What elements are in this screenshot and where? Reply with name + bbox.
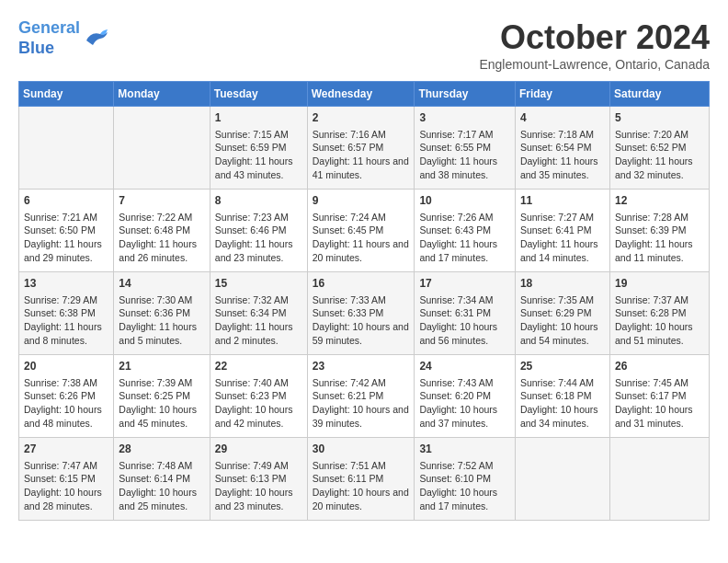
cell-info: Daylight: 11 hours and 32 minutes. [615,155,704,181]
cell-info: Sunset: 6:28 PM [615,306,704,320]
weekday-header-sunday: Sunday [19,82,114,107]
cell-info: Sunset: 6:59 PM [215,141,302,155]
cell-info: Sunrise: 7:48 AM [119,459,204,473]
day-number: 20 [24,359,108,374]
day-number: 7 [119,193,204,209]
calendar-cell: 18Sunrise: 7:35 AMSunset: 6:29 PMDayligh… [515,272,609,355]
cell-info: Sunset: 6:13 PM [215,472,302,486]
cell-info: Sunset: 6:21 PM [313,389,410,403]
cell-info: Daylight: 10 hours and 59 minutes. [313,320,410,347]
cell-info: Daylight: 10 hours and 17 minutes. [419,486,510,512]
cell-info: Daylight: 10 hours and 45 minutes. [119,403,204,430]
cell-info: Sunrise: 7:44 AM [520,376,605,390]
day-number: 11 [520,193,605,209]
day-number: 26 [615,359,704,374]
cell-info: Daylight: 10 hours and 34 minutes. [520,403,605,430]
cell-info: Daylight: 11 hours and 8 minutes. [24,320,108,347]
day-number: 22 [215,359,302,374]
cell-info: Daylight: 10 hours and 20 minutes. [313,486,410,512]
cell-info: Sunset: 6:18 PM [520,389,605,403]
cell-info: Sunset: 6:54 PM [520,141,605,155]
calendar-cell: 2Sunrise: 7:16 AMSunset: 6:57 PMDaylight… [307,107,415,190]
day-number: 19 [615,276,704,292]
cell-info: Sunset: 6:38 PM [24,306,108,320]
weekday-header-wednesday: Wednesday [307,82,415,107]
cell-info: Sunrise: 7:35 AM [520,293,605,307]
cell-info: Sunset: 6:14 PM [119,472,204,486]
calendar-body: 1Sunrise: 7:15 AMSunset: 6:59 PMDaylight… [19,107,710,521]
calendar-cell [609,438,709,521]
cell-info: Sunset: 6:10 PM [419,472,510,486]
cell-info: Sunrise: 7:28 AM [615,211,704,224]
calendar-cell: 31Sunrise: 7:52 AMSunset: 6:10 PMDayligh… [415,438,516,521]
cell-info: Sunset: 6:43 PM [419,224,510,237]
cell-info: Sunrise: 7:52 AM [419,459,510,473]
cell-info: Sunrise: 7:22 AM [119,211,204,224]
cell-info: Daylight: 10 hours and 56 minutes. [419,320,510,347]
cell-info: Daylight: 10 hours and 42 minutes. [215,403,302,430]
cell-info: Daylight: 10 hours and 37 minutes. [419,403,510,430]
day-number: 8 [215,193,302,209]
cell-info: Sunset: 6:39 PM [615,224,704,237]
cell-info: Daylight: 10 hours and 31 minutes. [615,403,704,430]
cell-info: Daylight: 11 hours and 29 minutes. [24,237,108,264]
cell-info: Sunrise: 7:34 AM [419,293,510,307]
cell-info: Sunset: 6:17 PM [615,389,704,403]
cell-info: Sunrise: 7:30 AM [119,293,204,307]
calendar-header: SundayMondayTuesdayWednesdayThursdayFrid… [19,82,710,107]
cell-info: Daylight: 10 hours and 51 minutes. [615,320,704,347]
cell-info: Sunrise: 7:45 AM [615,376,704,390]
calendar-cell [114,107,210,190]
title-block: October 2024 Englemount-Lawrence, Ontari… [479,18,710,72]
calendar-cell: 12Sunrise: 7:28 AMSunset: 6:39 PMDayligh… [609,190,709,272]
cell-info: Sunrise: 7:37 AM [615,293,704,307]
calendar-cell: 6Sunrise: 7:21 AMSunset: 6:50 PMDaylight… [19,190,114,272]
day-number: 5 [615,110,704,126]
calendar-week-row: 20Sunrise: 7:38 AMSunset: 6:26 PMDayligh… [19,355,710,438]
cell-info: Sunrise: 7:20 AM [615,128,704,142]
cell-info: Sunset: 6:31 PM [419,306,510,320]
cell-info: Sunset: 6:45 PM [313,224,410,237]
cell-info: Daylight: 11 hours and 43 minutes. [215,155,302,181]
cell-info: Sunrise: 7:33 AM [313,293,410,307]
day-number: 3 [419,110,510,126]
cell-info: Sunset: 6:52 PM [615,141,704,155]
cell-info: Daylight: 11 hours and 5 minutes. [119,320,204,347]
cell-info: Sunset: 6:33 PM [313,306,410,320]
cell-info: Sunset: 6:50 PM [24,224,108,237]
calendar-cell [515,438,609,521]
cell-info: Sunset: 6:11 PM [313,472,410,486]
day-number: 2 [313,110,410,126]
calendar-cell: 28Sunrise: 7:48 AMSunset: 6:14 PMDayligh… [114,438,210,521]
day-number: 10 [419,193,510,209]
cell-info: Sunrise: 7:26 AM [419,211,510,224]
cell-info: Sunrise: 7:24 AM [313,211,410,224]
day-number: 16 [313,276,410,292]
day-number: 18 [520,276,605,292]
cell-info: Daylight: 10 hours and 25 minutes. [119,486,204,512]
calendar-cell: 30Sunrise: 7:51 AMSunset: 6:11 PMDayligh… [307,438,415,521]
day-number: 27 [24,442,108,457]
calendar-cell: 4Sunrise: 7:18 AMSunset: 6:54 PMDaylight… [515,107,609,190]
weekday-header-friday: Friday [515,82,609,107]
day-number: 14 [119,276,204,292]
cell-info: Daylight: 11 hours and 35 minutes. [520,155,605,181]
calendar-cell: 27Sunrise: 7:47 AMSunset: 6:15 PMDayligh… [19,438,114,521]
calendar-cell: 11Sunrise: 7:27 AMSunset: 6:41 PMDayligh… [515,190,609,272]
calendar-week-row: 6Sunrise: 7:21 AMSunset: 6:50 PMDaylight… [19,190,710,272]
logo-bird-icon [82,27,109,50]
cell-info: Sunset: 6:23 PM [215,389,302,403]
month-title: October 2024 [479,18,710,57]
day-number: 6 [24,193,108,209]
calendar-cell: 15Sunrise: 7:32 AMSunset: 6:34 PMDayligh… [210,272,307,355]
day-number: 28 [119,442,204,457]
cell-info: Sunset: 6:26 PM [24,389,108,403]
calendar-cell: 24Sunrise: 7:43 AMSunset: 6:20 PMDayligh… [415,355,516,438]
cell-info: Sunset: 6:36 PM [119,306,204,320]
logo-text: General Blue [18,18,80,58]
cell-info: Sunset: 6:55 PM [419,141,510,155]
cell-info: Sunrise: 7:51 AM [313,459,410,473]
day-number: 29 [215,442,302,457]
cell-info: Sunrise: 7:29 AM [24,293,108,307]
day-number: 31 [419,442,510,457]
